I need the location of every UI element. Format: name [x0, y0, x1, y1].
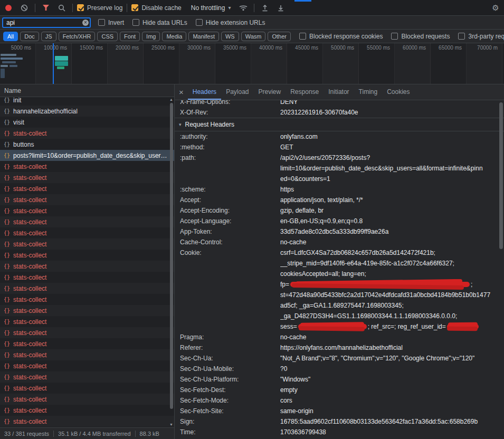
request-row[interactable]: {}stats-collect — [0, 128, 174, 139]
settings-button[interactable]: ⚙ — [489, 2, 502, 14]
request-row[interactable]: {}stats-collect — [0, 238, 174, 250]
type-filter-fetch-xhr[interactable]: Fetch/XHR — [59, 32, 96, 41]
request-row[interactable]: {}stats-collect — [0, 283, 174, 294]
blocked-response-cookies-checkbox[interactable]: Blocked response cookies — [299, 33, 383, 40]
tab-headers[interactable]: Headers — [188, 84, 221, 100]
request-row[interactable]: {}stats-collect — [0, 360, 174, 371]
request-row[interactable]: {}posts?limit=10&order=publish_date_desc… — [0, 150, 174, 161]
request-row[interactable]: {}stats-collect — [0, 294, 174, 305]
header-value-text: "Not_A Brand";v="8", "Chromium";v="120",… — [280, 355, 474, 362]
checkbox-box[interactable] — [131, 4, 138, 11]
request-row[interactable]: {}hannahelizabethofficial — [0, 106, 174, 117]
name-column-header[interactable]: Name — [0, 84, 174, 97]
request-row[interactable]: {}visit — [0, 117, 174, 128]
header-value-text: fp= — [280, 281, 289, 288]
type-filter-all[interactable]: All — [3, 32, 18, 41]
type-filter-doc[interactable]: Doc — [20, 32, 39, 41]
tab-initiator[interactable]: Initiator — [324, 84, 354, 100]
tab-preview[interactable]: Preview — [254, 84, 286, 100]
tab-cookies[interactable]: Cookies — [382, 84, 414, 100]
requests-count: 33 / 381 requests — [4, 431, 49, 437]
braces-icon: {} — [4, 418, 10, 424]
filter-input[interactable] — [2, 17, 91, 28]
details-tab-bar: × HeadersPayloadPreviewResponseInitiator… — [175, 84, 504, 100]
type-filter-font[interactable]: Font — [120, 32, 140, 41]
tab-response[interactable]: Response — [286, 84, 324, 100]
checkbox-box[interactable] — [98, 19, 105, 26]
request-row[interactable]: {}stats-collect — [0, 338, 174, 349]
checkbox-label: Preserve log — [87, 4, 122, 12]
scroll-up-icon[interactable]: ▲ — [169, 98, 173, 102]
details-scrollbar[interactable] — [499, 101, 503, 438]
request-row[interactable]: {}stats-collect — [0, 183, 174, 194]
close-details-button[interactable]: × — [179, 88, 184, 96]
throttling-select[interactable]: No throttling ▾ — [188, 3, 234, 13]
hide-extension-urls-checkbox[interactable]: Hide extension URLs — [196, 19, 265, 26]
search-button[interactable] — [55, 2, 68, 14]
type-filter-manifest[interactable]: Manifest — [188, 32, 219, 41]
request-row[interactable]: {}stats-collect — [0, 272, 174, 283]
request-row[interactable]: {}stats-collect — [0, 394, 174, 405]
type-filter-other[interactable]: Other — [268, 32, 291, 41]
import-har-button[interactable] — [259, 2, 271, 14]
header-value: en-GB,en-US;q=0.9,en;q=0.8 — [280, 216, 504, 226]
type-filter-js[interactable]: JS — [41, 32, 56, 41]
braces-icon: {} — [4, 164, 10, 169]
checkbox-box[interactable] — [77, 4, 84, 11]
request-row[interactable]: {}stats-collect — [0, 405, 174, 416]
request-list-scrollbar[interactable]: ▲ ▼ — [169, 97, 174, 427]
request-row[interactable]: {}stats-collect — [0, 172, 174, 183]
tab-timing[interactable]: Timing — [354, 84, 383, 100]
scrollbar-thumb[interactable] — [170, 103, 173, 409]
export-har-button[interactable] — [274, 2, 287, 14]
record-button[interactable] — [2, 2, 15, 14]
type-filter-media[interactable]: Media — [162, 32, 186, 41]
timeline-overview[interactable]: 5000 ms10000 ms15000 ms20000 ms25000 ms3… — [0, 43, 504, 84]
filter-button[interactable] — [40, 2, 52, 14]
request-row[interactable]: {}stats-collect — [0, 194, 174, 205]
checkbox-box[interactable] — [391, 33, 398, 40]
request-name: stats-collect — [13, 174, 174, 182]
checkbox-box[interactable] — [458, 33, 465, 40]
disable-cache-checkbox[interactable]: Disable cache — [131, 4, 181, 12]
scrollbar-thumb[interactable] — [499, 102, 503, 249]
request-row[interactable]: {}stats-collect — [0, 161, 174, 172]
request-row[interactable]: {}stats-collect — [0, 383, 174, 394]
request-row[interactable]: {}stats-collect — [0, 371, 174, 383]
type-filter-img[interactable]: Img — [142, 32, 160, 41]
clear-filter-icon[interactable]: × — [82, 20, 89, 26]
request-row[interactable]: {}stats-collect — [0, 216, 174, 227]
waterfall-bar — [1, 54, 16, 56]
request-headers-section-toggle[interactable]: ▾ Request Headers — [175, 118, 504, 131]
request-row[interactable]: {}stats-collect — [0, 261, 174, 272]
network-conditions-button[interactable] — [237, 2, 250, 14]
request-row[interactable]: {}stats-collect — [0, 205, 174, 216]
request-row[interactable]: {}stats-collect — [0, 250, 174, 261]
tab-payload[interactable]: Payload — [221, 84, 253, 100]
type-filter-css[interactable]: CSS — [97, 32, 118, 41]
request-row[interactable]: {}init — [0, 97, 174, 106]
header-value-text: GET — [280, 144, 293, 151]
3rd-party-requests-checkbox[interactable]: 3rd-party requests — [458, 33, 504, 40]
scroll-down-icon[interactable]: ▼ — [169, 423, 173, 427]
hide-data-urls-checkbox[interactable]: Hide data URLs — [132, 19, 187, 26]
checkbox-label: Hide data URLs — [142, 19, 187, 26]
type-filter-ws[interactable]: WS — [221, 32, 239, 41]
checkbox-box[interactable] — [196, 19, 203, 26]
invert-checkbox[interactable]: Invert — [98, 19, 124, 26]
checkbox-box[interactable] — [132, 19, 139, 26]
header-value: onlyfans.com — [280, 131, 504, 142]
checkbox-box[interactable] — [299, 33, 306, 40]
request-row[interactable]: {}stats-collect — [0, 416, 174, 427]
request-row[interactable]: {}stats-collect — [0, 316, 174, 327]
clear-button[interactable] — [18, 2, 31, 14]
request-row[interactable]: {}stats-collect — [0, 327, 174, 338]
preserve-log-checkbox[interactable]: Preserve log — [77, 4, 122, 12]
request-row[interactable]: {}stats-collect — [0, 349, 174, 360]
request-row[interactable]: {}stats-collect — [0, 305, 174, 316]
type-filter-wasm[interactable]: Wasm — [241, 32, 266, 41]
request-row[interactable]: {}stats-collect — [0, 227, 174, 238]
blocked-requests-checkbox[interactable]: Blocked requests — [391, 33, 450, 40]
header-value-line: _ga_D4827DS3H4=GS1.1.1698003344.1.1.1698… — [280, 311, 504, 321]
request-row[interactable]: {}buttons — [0, 139, 174, 150]
